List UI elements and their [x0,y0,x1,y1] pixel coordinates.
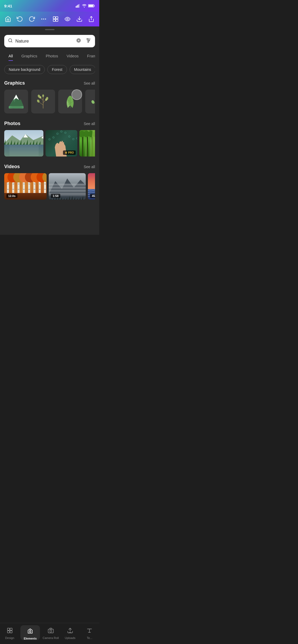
signal-icon [76,4,80,8]
home-button[interactable] [3,14,13,24]
main-panel: All Graphics Photos Videos Frames › Natu… [0,32,99,235]
more-button[interactable] [38,14,49,24]
photo-item-lake[interactable] [4,130,43,157]
graphic-item-mountain[interactable] [4,90,28,113]
svg-rect-11 [56,17,58,19]
wifi-icon [82,4,87,8]
svg-rect-12 [53,19,55,21]
redo-button[interactable] [26,14,37,24]
videos-section-header: Videos See all [4,164,95,169]
svg-point-23 [87,39,88,40]
pro-badge: ♛ PRO [63,150,76,155]
chips-container: Nature background Forest Mountains Trees [4,65,95,74]
videos-see-all[interactable]: See all [84,165,95,169]
video-duration-3: 45.0s [90,194,95,198]
chip-mountains[interactable]: Mountains [70,65,95,74]
drag-handle [0,26,99,32]
graphic-item-leaf[interactable] [58,90,82,113]
svg-point-39 [39,96,41,99]
chip-nature-background[interactable]: Nature background [4,65,45,74]
svg-rect-6 [89,5,93,7]
svg-point-14 [67,18,68,20]
graphic-item-flower[interactable] [85,90,95,113]
svg-point-7 [41,19,42,20]
video-item-autumn[interactable]: 12.0s [4,173,47,200]
search-input[interactable] [15,39,74,44]
chip-forest[interactable]: Forest [47,65,67,74]
search-clear-button[interactable] [76,38,81,44]
svg-rect-2 [78,4,79,8]
svg-point-24 [89,40,90,41]
photo-item-forest[interactable] [79,130,95,157]
status-time: 9:41 [4,4,12,8]
download-button[interactable] [74,14,85,24]
search-filter-button[interactable] [85,38,91,45]
layers-button[interactable] [50,14,61,24]
video-item-fog[interactable]: 1:58 [49,173,86,200]
tabs-container: All Graphics Photos Videos Frames › [4,52,95,61]
status-icons [76,4,95,8]
svg-point-30 [9,106,23,109]
battery-icon [88,4,95,8]
crown-icon: ♛ [65,151,67,154]
graphic-item-branch[interactable] [31,90,55,113]
svg-rect-3 [79,4,80,8]
svg-rect-0 [76,6,76,8]
photos-grid: ♛ PRO [4,130,95,157]
drag-handle-bar [45,29,55,30]
video-duration-1: 12.0s [6,194,17,198]
pro-label: PRO [68,151,74,154]
graphics-see-all[interactable]: See all [84,81,95,85]
svg-rect-13 [56,19,58,21]
status-bar: 9:41 [0,0,99,12]
photos-section-header: Photos See all [4,121,95,126]
photo-item-hand[interactable]: ♛ PRO [46,130,77,157]
svg-line-34 [39,102,43,105]
photos-title: Photos [4,121,20,126]
tab-all[interactable]: All [4,52,17,61]
svg-line-18 [11,41,12,42]
photos-see-all[interactable]: See all [84,122,95,126]
svg-rect-1 [77,5,78,8]
preview-button[interactable] [62,14,73,24]
svg-point-25 [88,42,89,43]
svg-point-40 [45,99,47,101]
tab-videos[interactable]: Videos [62,52,83,61]
graphics-section-header: Graphics See all [4,80,95,86]
svg-rect-10 [53,17,55,19]
svg-point-9 [45,19,46,20]
svg-point-38 [42,94,44,97]
tab-photos[interactable]: Photos [42,52,62,61]
svg-line-46 [94,103,95,105]
svg-point-8 [43,19,44,20]
videos-grid: 12.0s 1:58 45.0s [4,173,95,200]
tab-graphics[interactable]: Graphics [17,52,42,61]
undo-button[interactable] [15,14,25,24]
search-icon [8,38,13,44]
graphics-title: Graphics [4,80,25,86]
share-button[interactable] [86,14,97,24]
video-duration-2: 1:58 [51,194,60,198]
svg-point-47 [91,100,95,104]
video-item-ocean[interactable]: 45.0s [88,173,95,200]
search-bar[interactable] [4,35,95,47]
graphics-row [4,90,95,113]
toolbar [0,12,99,26]
videos-title: Videos [4,164,20,169]
svg-rect-5 [94,5,95,7]
tab-frames[interactable]: Frames [83,52,95,61]
